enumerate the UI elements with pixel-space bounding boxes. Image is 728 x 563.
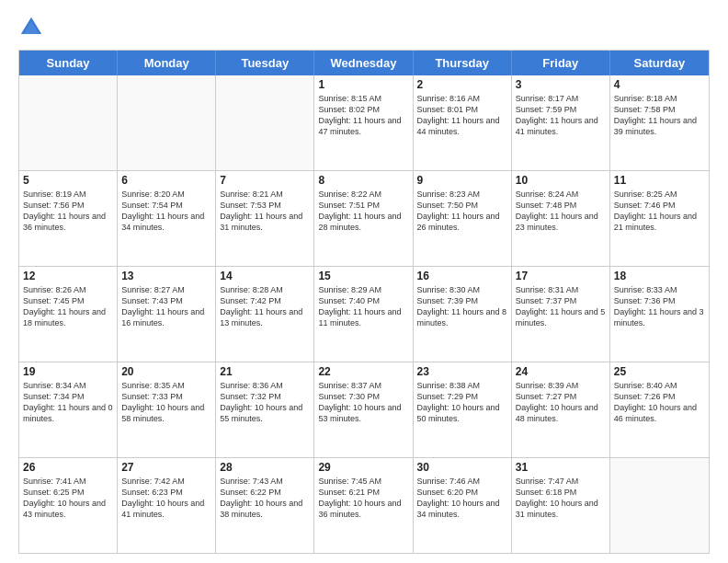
calendar-row-4: 19Sunrise: 8:34 AMSunset: 7:34 PMDayligh… (19, 362, 709, 457)
calendar-cell-2: 2Sunrise: 8:16 AMSunset: 8:01 PMDaylight… (414, 75, 512, 170)
calendar-row-5: 26Sunrise: 7:41 AMSunset: 6:25 PMDayligh… (19, 457, 709, 553)
calendar-cell-12: 12Sunrise: 8:26 AMSunset: 7:45 PMDayligh… (19, 267, 118, 362)
cell-info: Sunrise: 8:40 AMSunset: 7:26 PMDaylight:… (614, 380, 705, 425)
calendar-cell-17: 17Sunrise: 8:31 AMSunset: 7:37 PMDayligh… (512, 267, 610, 362)
calendar-cell-3: 3Sunrise: 8:17 AMSunset: 7:59 PMDaylight… (512, 75, 610, 170)
calendar-cell-21: 21Sunrise: 8:36 AMSunset: 7:32 PMDayligh… (216, 362, 314, 457)
day-number: 5 (23, 174, 113, 187)
calendar-cell-26: 26Sunrise: 7:41 AMSunset: 6:25 PMDayligh… (19, 458, 118, 553)
day-number: 25 (614, 365, 705, 378)
calendar-body: 1Sunrise: 8:15 AMSunset: 8:02 PMDaylight… (19, 75, 709, 553)
calendar-header: SundayMondayTuesdayWednesdayThursdayFrid… (19, 51, 709, 75)
day-number: 28 (220, 461, 310, 474)
calendar-cell-9: 9Sunrise: 8:23 AMSunset: 7:50 PMDaylight… (414, 171, 512, 266)
day-number: 22 (318, 365, 408, 378)
cell-info: Sunrise: 8:34 AMSunset: 7:34 PMDaylight:… (23, 380, 113, 425)
calendar-cell-24: 24Sunrise: 8:39 AMSunset: 7:27 PMDayligh… (512, 362, 610, 457)
day-number: 4 (614, 78, 705, 91)
calendar-cell-15: 15Sunrise: 8:29 AMSunset: 7:40 PMDayligh… (314, 267, 413, 362)
page: SundayMondayTuesdayWednesdayThursdayFrid… (0, 0, 728, 563)
cell-info: Sunrise: 8:33 AMSunset: 7:36 PMDaylight:… (614, 284, 705, 329)
day-number: 14 (220, 270, 310, 282)
header-day-wednesday: Wednesday (314, 51, 413, 75)
day-number: 24 (516, 365, 606, 378)
calendar-cell-25: 25Sunrise: 8:40 AMSunset: 7:26 PMDayligh… (610, 362, 709, 457)
logo-icon (18, 15, 44, 40)
cell-info: Sunrise: 8:21 AMSunset: 7:53 PMDaylight:… (220, 189, 310, 234)
cell-info: Sunrise: 8:30 AMSunset: 7:39 PMDaylight:… (417, 284, 507, 329)
cell-info: Sunrise: 8:25 AMSunset: 7:46 PMDaylight:… (614, 189, 705, 234)
cell-info: Sunrise: 8:23 AMSunset: 7:50 PMDaylight:… (417, 189, 507, 234)
calendar-row-1: 1Sunrise: 8:15 AMSunset: 8:02 PMDaylight… (19, 75, 709, 170)
cell-info: Sunrise: 7:47 AMSunset: 6:18 PMDaylight:… (516, 476, 606, 521)
calendar-cell-14: 14Sunrise: 8:28 AMSunset: 7:42 PMDayligh… (216, 267, 314, 362)
cell-info: Sunrise: 8:29 AMSunset: 7:40 PMDaylight:… (318, 284, 408, 329)
calendar-cell-4: 4Sunrise: 8:18 AMSunset: 7:58 PMDaylight… (610, 75, 709, 170)
cell-info: Sunrise: 8:24 AMSunset: 7:48 PMDaylight:… (516, 189, 606, 234)
calendar-cell-empty-2 (216, 75, 314, 170)
day-number: 18 (614, 270, 705, 282)
calendar-row-2: 5Sunrise: 8:19 AMSunset: 7:56 PMDaylight… (19, 170, 709, 266)
calendar-cell-11: 11Sunrise: 8:25 AMSunset: 7:46 PMDayligh… (610, 171, 709, 266)
header-day-thursday: Thursday (414, 51, 512, 75)
day-number: 11 (614, 174, 705, 187)
day-number: 9 (417, 174, 507, 187)
calendar-cell-empty-0 (19, 75, 118, 170)
day-number: 17 (516, 270, 606, 282)
day-number: 23 (417, 365, 507, 378)
day-number: 12 (23, 270, 113, 282)
calendar-cell-7: 7Sunrise: 8:21 AMSunset: 7:53 PMDaylight… (216, 171, 314, 266)
calendar-cell-20: 20Sunrise: 8:35 AMSunset: 7:33 PMDayligh… (118, 362, 216, 457)
day-number: 29 (318, 461, 408, 474)
calendar-cell-16: 16Sunrise: 8:30 AMSunset: 7:39 PMDayligh… (414, 267, 512, 362)
calendar-cell-18: 18Sunrise: 8:33 AMSunset: 7:36 PMDayligh… (610, 267, 709, 362)
cell-info: Sunrise: 7:45 AMSunset: 6:21 PMDaylight:… (318, 476, 408, 521)
cell-info: Sunrise: 8:22 AMSunset: 7:51 PMDaylight:… (318, 189, 408, 234)
calendar-cell-23: 23Sunrise: 8:38 AMSunset: 7:29 PMDayligh… (414, 362, 512, 457)
day-number: 20 (121, 365, 211, 378)
cell-info: Sunrise: 8:27 AMSunset: 7:43 PMDaylight:… (121, 284, 211, 329)
cell-info: Sunrise: 8:28 AMSunset: 7:42 PMDaylight:… (220, 284, 310, 329)
cell-info: Sunrise: 8:20 AMSunset: 7:54 PMDaylight:… (121, 189, 211, 234)
day-number: 8 (318, 174, 408, 187)
cell-info: Sunrise: 8:26 AMSunset: 7:45 PMDaylight:… (23, 284, 113, 329)
cell-info: Sunrise: 8:16 AMSunset: 8:01 PMDaylight:… (417, 93, 507, 138)
header-day-saturday: Saturday (610, 51, 709, 75)
calendar-cell-28: 28Sunrise: 7:43 AMSunset: 6:22 PMDayligh… (216, 458, 314, 553)
cell-info: Sunrise: 8:31 AMSunset: 7:37 PMDaylight:… (516, 284, 606, 329)
day-number: 26 (23, 461, 113, 474)
day-number: 2 (417, 78, 507, 91)
calendar-row-3: 12Sunrise: 8:26 AMSunset: 7:45 PMDayligh… (19, 266, 709, 362)
day-number: 16 (417, 270, 507, 282)
day-number: 13 (121, 270, 211, 282)
calendar-cell-6: 6Sunrise: 8:20 AMSunset: 7:54 PMDaylight… (118, 171, 216, 266)
cell-info: Sunrise: 8:39 AMSunset: 7:27 PMDaylight:… (516, 380, 606, 425)
logo (18, 15, 48, 40)
cell-info: Sunrise: 8:15 AMSunset: 8:02 PMDaylight:… (318, 93, 408, 138)
day-number: 6 (121, 174, 211, 187)
calendar: SundayMondayTuesdayWednesdayThursdayFrid… (18, 50, 710, 554)
cell-info: Sunrise: 8:36 AMSunset: 7:32 PMDaylight:… (220, 380, 310, 425)
calendar-cell-10: 10Sunrise: 8:24 AMSunset: 7:48 PMDayligh… (512, 171, 610, 266)
header-day-monday: Monday (118, 51, 216, 75)
cell-info: Sunrise: 8:17 AMSunset: 7:59 PMDaylight:… (516, 93, 606, 138)
cell-info: Sunrise: 7:46 AMSunset: 6:20 PMDaylight:… (417, 476, 507, 521)
cell-info: Sunrise: 8:19 AMSunset: 7:56 PMDaylight:… (23, 189, 113, 234)
calendar-cell-13: 13Sunrise: 8:27 AMSunset: 7:43 PMDayligh… (118, 267, 216, 362)
header-day-tuesday: Tuesday (216, 51, 314, 75)
cell-info: Sunrise: 8:35 AMSunset: 7:33 PMDaylight:… (121, 380, 211, 425)
calendar-cell-29: 29Sunrise: 7:45 AMSunset: 6:21 PMDayligh… (314, 458, 413, 553)
day-number: 19 (23, 365, 113, 378)
day-number: 30 (417, 461, 507, 474)
calendar-cell-empty-6 (610, 458, 709, 553)
day-number: 31 (516, 461, 606, 474)
header-day-sunday: Sunday (19, 51, 118, 75)
calendar-cell-30: 30Sunrise: 7:46 AMSunset: 6:20 PMDayligh… (414, 458, 512, 553)
calendar-cell-27: 27Sunrise: 7:42 AMSunset: 6:23 PMDayligh… (118, 458, 216, 553)
day-number: 15 (318, 270, 408, 282)
header (18, 15, 710, 40)
day-number: 27 (121, 461, 211, 474)
cell-info: Sunrise: 8:37 AMSunset: 7:30 PMDaylight:… (318, 380, 408, 425)
day-number: 7 (220, 174, 310, 187)
day-number: 10 (516, 174, 606, 187)
